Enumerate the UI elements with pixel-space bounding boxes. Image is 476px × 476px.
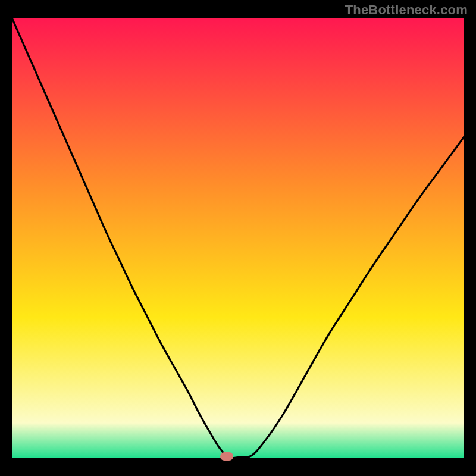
watermark-text: TheBottleneck.com <box>345 2 468 18</box>
gradient-background <box>12 18 464 458</box>
chart-stage: TheBottleneck.com <box>0 0 476 476</box>
plot-area <box>12 18 464 458</box>
optimal-point-marker <box>220 452 233 461</box>
plot-svg <box>12 18 464 458</box>
